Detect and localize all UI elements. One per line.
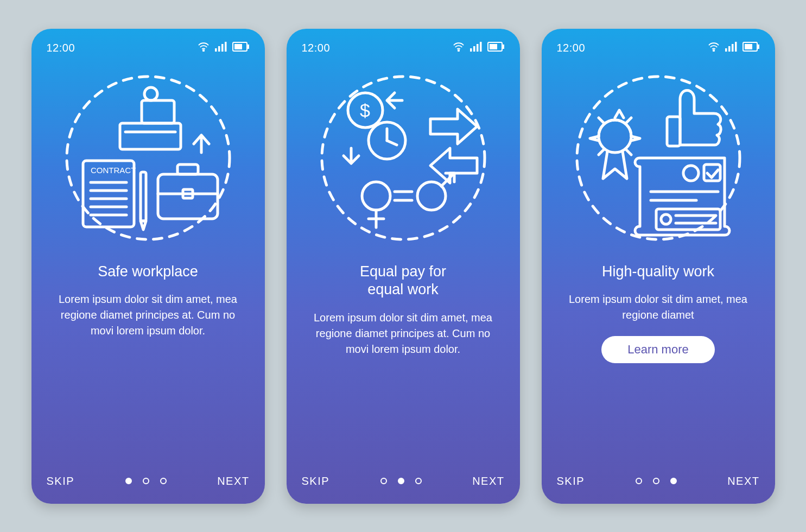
illustration-equal-pay-icon: $ <box>302 68 505 248</box>
svg-point-0 <box>202 49 204 51</box>
status-bar: 12:00 <box>557 42 760 54</box>
svg-rect-2 <box>218 46 220 52</box>
screen-body: Lorem ipsum dolor sit dim amet, mea regi… <box>302 310 505 357</box>
illustration-high-quality-icon <box>557 68 760 248</box>
next-button[interactable]: NEXT <box>727 475 759 487</box>
svg-rect-30 <box>503 45 504 49</box>
battery-icon <box>742 42 760 54</box>
svg-rect-4 <box>225 42 227 52</box>
wifi-icon <box>198 42 210 54</box>
svg-rect-1 <box>215 48 217 52</box>
battery-icon <box>487 42 505 54</box>
svg-point-45 <box>713 49 714 51</box>
svg-point-38 <box>362 182 390 210</box>
svg-rect-48 <box>732 44 734 52</box>
svg-rect-28 <box>480 42 482 52</box>
svg-rect-47 <box>728 46 731 52</box>
illustration-safe-workplace-icon: CONTRACT <box>47 68 250 248</box>
status-time: 12:00 <box>302 42 331 54</box>
wifi-icon <box>708 42 720 54</box>
svg-line-37 <box>387 141 397 145</box>
svg-rect-25 <box>470 48 472 52</box>
contract-label: CONTRACT <box>91 166 136 175</box>
page-dots <box>380 478 422 484</box>
svg-rect-6 <box>247 45 249 49</box>
svg-rect-3 <box>221 44 224 52</box>
status-time: 12:00 <box>557 42 586 54</box>
svg-rect-26 <box>473 46 475 52</box>
svg-rect-51 <box>758 45 759 49</box>
svg-rect-46 <box>725 48 727 52</box>
signal-icon <box>470 42 482 54</box>
screen-title: Equal pay for equal work <box>302 263 505 300</box>
svg-rect-31 <box>490 44 497 49</box>
next-button[interactable]: NEXT <box>472 475 504 487</box>
svg-rect-20 <box>158 174 218 219</box>
onboarding-screen-3: 12:00 High-quality work Lorem ipsum dol <box>542 29 775 504</box>
wifi-icon <box>453 42 465 54</box>
battery-icon <box>232 42 250 54</box>
screen-title: High-quality work <box>557 263 760 281</box>
learn-more-button[interactable]: Learn more <box>601 336 715 363</box>
svg-point-56 <box>683 166 699 181</box>
skip-button[interactable]: SKIP <box>47 475 75 487</box>
svg-point-61 <box>661 214 671 224</box>
svg-rect-21 <box>177 164 198 174</box>
status-bar: 12:00 <box>47 42 250 54</box>
svg-rect-7 <box>234 44 242 49</box>
status-bar: 12:00 <box>302 42 505 54</box>
page-dot-3[interactable] <box>415 478 422 484</box>
status-icons <box>708 42 760 54</box>
svg-point-9 <box>144 87 157 100</box>
screen-title: Safe workplace <box>47 263 250 281</box>
footer-nav: SKIP NEXT <box>47 475 250 487</box>
onboarding-screen-2: 12:00 $ Equal pay for equal work <box>287 29 520 504</box>
skip-button[interactable]: SKIP <box>557 475 585 487</box>
page-dot-2[interactable] <box>653 478 659 484</box>
screen-body: Lorem ipsum dolor sit dim amet, mea regi… <box>47 292 250 339</box>
next-button[interactable]: NEXT <box>217 475 249 487</box>
status-time: 12:00 <box>47 42 75 54</box>
screen-body: Lorem ipsum dolor sit dim amet, mea regi… <box>557 292 760 323</box>
page-dots <box>636 478 677 484</box>
page-dot-1[interactable] <box>380 478 387 484</box>
signal-icon <box>725 42 737 54</box>
page-dot-1[interactable] <box>636 478 642 484</box>
page-dot-3[interactable] <box>160 478 167 484</box>
svg-rect-27 <box>477 44 479 52</box>
status-icons <box>453 42 505 54</box>
svg-rect-10 <box>142 100 174 123</box>
status-icons <box>198 42 250 54</box>
page-dot-2[interactable] <box>398 478 404 484</box>
svg-text:$: $ <box>360 100 370 121</box>
footer-nav: SKIP NEXT <box>302 475 505 487</box>
page-dot-2[interactable] <box>143 478 149 484</box>
onboarding-screen-1: 12:00 CONTRACT <box>31 29 265 504</box>
page-dot-3[interactable] <box>670 478 677 484</box>
svg-rect-52 <box>745 44 752 49</box>
page-dots <box>125 478 167 484</box>
svg-rect-19 <box>141 172 146 221</box>
skip-button[interactable]: SKIP <box>302 475 330 487</box>
svg-rect-55 <box>667 117 680 146</box>
svg-rect-49 <box>735 42 737 52</box>
footer-nav: SKIP NEXT <box>557 475 760 487</box>
svg-rect-11 <box>120 123 181 149</box>
page-dot-1[interactable] <box>125 478 132 484</box>
svg-point-24 <box>458 49 459 51</box>
signal-icon <box>215 42 227 54</box>
